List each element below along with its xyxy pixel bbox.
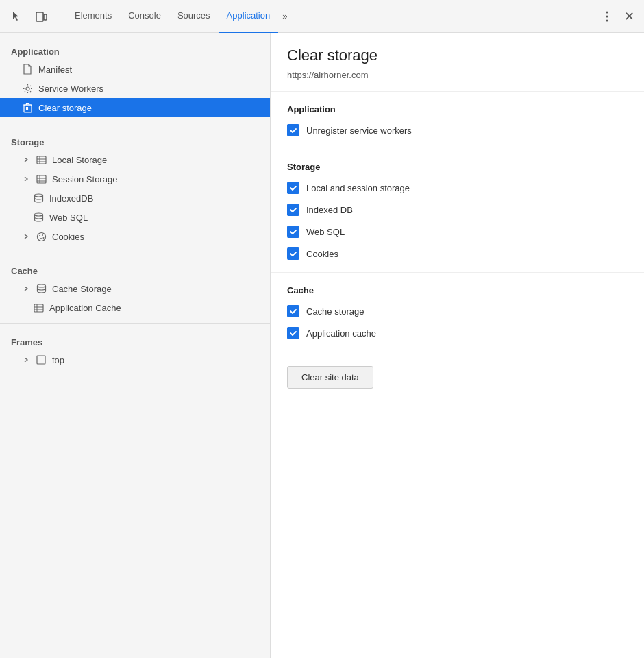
checkbox-cookies[interactable] [287,247,299,260]
checkbox-indexed-db-label: Indexed DB [306,205,353,215]
checkbox-row-cache-storage: Cache storage [287,305,628,317]
sidebar-item-cache-storage-label: Cache Storage [52,284,112,294]
content-section-cache: Cache Cache storage Application cache [271,273,644,352]
content-url: https://airhorner.com [287,70,628,80]
sidebar-item-local-storage[interactable]: Local Storage [0,150,270,169]
sidebar-item-top[interactable]: top [0,350,270,369]
sidebar-section-storage: Storage [0,129,270,150]
checkbox-app-cache-label: Application cache [306,328,376,339]
sidebar-section-application: Application [0,38,270,60]
svg-point-4 [606,19,608,21]
checkbox-row-app-cache: Application cache [287,327,628,339]
clear-button-container: Clear site data [271,352,644,402]
checkbox-web-sql[interactable] [287,226,299,238]
sidebar-item-indexeddb[interactable]: IndexedDB [0,188,270,208]
sidebar-item-application-cache-label: Application Cache [49,303,121,313]
sidebar: Application Manifest Service Workers [0,33,271,658]
checkbox-app-cache[interactable] [287,327,299,339]
sidebar-item-manifest[interactable]: Manifest [0,60,270,79]
svg-point-21 [42,237,44,239]
cursor-icon-button[interactable] [5,5,27,27]
grid-icon-local-storage [36,154,47,165]
sidebar-divider-2 [0,252,270,252]
sidebar-item-session-storage-label: Session Storage [52,174,117,184]
sidebar-item-web-sql-label: Web SQL [49,212,88,223]
checkbox-cache-storage-label: Cache storage [306,306,364,317]
svg-rect-0 [36,12,43,21]
tab-console[interactable]: Console [120,0,169,33]
checkbox-row-web-sql: Web SQL [287,226,628,238]
sidebar-divider-3 [0,323,270,324]
sidebar-item-local-storage-label: Local Storage [52,155,107,165]
svg-point-3 [606,15,608,17]
sidebar-item-manifest-label: Manifest [38,64,72,75]
sidebar-section-frames: Frames [0,329,270,350]
more-options-button[interactable] [597,7,617,26]
arrow-icon-top [22,356,30,364]
db-icon-indexeddb [33,193,44,204]
sidebar-item-top-label: top [52,355,64,365]
content-header: Clear storage https://airhorner.com [271,33,644,92]
svg-point-2 [606,11,608,13]
svg-rect-11 [37,175,46,183]
svg-rect-1 [44,14,47,20]
svg-point-22 [37,284,45,287]
content-section-application-title: Application [287,104,628,114]
checkbox-row-indexed-db: Indexed DB [287,204,628,216]
checkbox-cookies-label: Cookies [306,249,338,259]
gear-icon [22,83,33,94]
sidebar-item-cookies-label: Cookies [52,232,84,242]
content-section-application: Application Unregister service workers [271,92,644,149]
tab-sources[interactable]: Sources [169,0,219,33]
sidebar-item-service-workers-label: Service Workers [38,84,103,94]
file-icon [22,64,33,75]
checkbox-row-cookies: Cookies [287,247,628,260]
checkbox-row-unregister-sw: Unregister service workers [287,124,628,136]
page-title: Clear storage [287,47,628,64]
svg-point-17 [37,232,45,241]
sidebar-item-clear-storage-label: Clear storage [38,103,92,113]
arrow-icon-session-storage [22,175,30,183]
checkbox-local-session[interactable] [287,182,299,194]
sidebar-item-service-workers[interactable]: Service Workers [0,79,270,98]
checkbox-indexed-db[interactable] [287,204,299,216]
grid-icon-session-storage [36,173,47,184]
more-tabs-button[interactable]: » [278,0,291,33]
sidebar-item-clear-storage[interactable]: Clear storage [0,98,270,117]
checkbox-unregister-sw[interactable] [287,124,299,136]
svg-rect-27 [37,356,45,364]
svg-rect-7 [37,156,46,164]
clear-site-data-button[interactable]: Clear site data [287,366,373,389]
sidebar-item-cache-storage[interactable]: Cache Storage [0,279,270,298]
svg-rect-23 [34,304,43,312]
svg-point-20 [40,238,42,239]
grid-icon-app-cache [33,302,44,313]
db-icon-web-sql [33,212,44,223]
tab-elements[interactable]: Elements [66,0,120,33]
checkbox-unregister-sw-label: Unregister service workers [306,125,412,136]
svg-point-18 [39,235,40,236]
svg-point-15 [34,194,42,197]
svg-point-5 [26,87,29,90]
tab-application[interactable]: Application [219,0,279,33]
frame-icon [36,354,47,365]
sidebar-divider-1 [0,123,270,123]
checkbox-row-local-session: Local and session storage [287,182,628,194]
sidebar-item-application-cache[interactable]: Application Cache [0,298,270,317]
sidebar-item-web-sql[interactable]: Web SQL [0,208,270,227]
content-section-storage: Storage Local and session storage Indexe… [271,149,644,273]
content-section-cache-title: Cache [287,285,628,295]
sidebar-item-session-storage[interactable]: Session Storage [0,169,270,188]
checkbox-cache-storage[interactable] [287,305,299,317]
content-panel: Clear storage https://airhorner.com Appl… [271,33,644,658]
db-icon-cache-storage [36,283,47,294]
content-section-storage-title: Storage [287,162,628,172]
arrow-icon-cookies [22,232,30,241]
main-layout: Application Manifest Service Workers [0,33,644,658]
sidebar-item-cookies[interactable]: Cookies [0,227,270,246]
device-toggle-button[interactable] [30,5,52,27]
sidebar-item-indexeddb-label: IndexedDB [49,193,93,204]
close-devtools-button[interactable]: ✕ [619,7,639,26]
arrow-icon-cache-storage [22,284,30,293]
svg-point-16 [34,213,42,216]
